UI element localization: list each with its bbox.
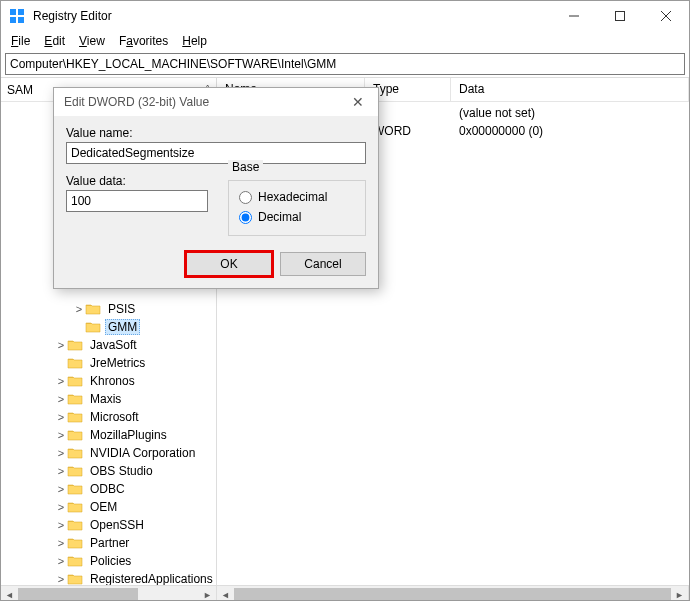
radio-hexadecimal[interactable]: Hexadecimal <box>239 187 355 207</box>
tree-item[interactable]: JreMetrics <box>1 354 216 372</box>
minimize-button[interactable] <box>551 1 597 31</box>
scroll-left-icon[interactable]: ◄ <box>217 586 234 601</box>
tree-item[interactable]: >JavaSoft <box>1 336 216 354</box>
expand-icon[interactable]: > <box>55 574 67 585</box>
tree-item-label: RegisteredApplications <box>87 571 216 585</box>
scroll-right-icon[interactable]: ► <box>671 586 688 601</box>
menu-favorites[interactable]: Favorites <box>113 32 174 50</box>
tree-item-label: ODBC <box>87 481 128 497</box>
close-button[interactable] <box>643 1 689 31</box>
tree-item[interactable]: >ODBC <box>1 480 216 498</box>
tree-item-label: JavaSoft <box>87 337 140 353</box>
expand-icon[interactable]: > <box>55 394 67 405</box>
tree-item-label: NVIDIA Corporation <box>87 445 198 461</box>
expand-icon[interactable]: > <box>55 448 67 459</box>
value-data-input[interactable] <box>66 190 208 212</box>
base-groupbox: Hexadecimal Decimal <box>228 180 366 236</box>
cell-data: (value not set) <box>451 106 689 120</box>
tree-item-label: OEM <box>87 499 120 515</box>
tree-item-label: Partner <box>87 535 132 551</box>
menu-edit[interactable]: Edit <box>38 32 71 50</box>
tree-scroll-thumb[interactable] <box>18 588 138 601</box>
tree-item[interactable]: >Khronos <box>1 372 216 390</box>
list-scroll-thumb[interactable] <box>234 588 671 601</box>
ok-button[interactable]: OK <box>186 252 272 276</box>
dialog-title: Edit DWORD (32-bit) Value <box>64 95 348 109</box>
tree-item[interactable]: >Policies <box>1 552 216 570</box>
titlebar: Registry Editor <box>1 1 689 31</box>
edit-dword-dialog: Edit DWORD (32-bit) Value ✕ Value name: … <box>53 87 379 289</box>
expand-icon[interactable]: > <box>55 520 67 531</box>
maximize-button[interactable] <box>597 1 643 31</box>
tree-item-label: Microsoft <box>87 409 142 425</box>
expand-icon[interactable]: > <box>55 340 67 351</box>
expand-icon[interactable]: > <box>55 502 67 513</box>
expand-icon[interactable]: > <box>73 304 85 315</box>
menu-help[interactable]: Help <box>176 32 213 50</box>
tree-item[interactable]: >RegisteredApplications <box>1 570 216 585</box>
cancel-button[interactable]: Cancel <box>280 252 366 276</box>
svg-rect-3 <box>18 17 24 23</box>
tree-item-label: PSIS <box>105 301 138 317</box>
regedit-app-icon <box>9 8 25 24</box>
address-bar[interactable]: Computer\HKEY_LOCAL_MACHINE\SOFTWARE\Int… <box>5 53 685 75</box>
tree-item[interactable]: GMM <box>1 318 216 336</box>
menu-file[interactable]: File <box>5 32 36 50</box>
tree-item-label: Policies <box>87 553 134 569</box>
radio-dec-label: Decimal <box>258 210 301 224</box>
list-hscroll[interactable]: ◄ ► <box>217 586 689 601</box>
expand-icon[interactable]: > <box>55 538 67 549</box>
value-name-input[interactable] <box>66 142 366 164</box>
tree-item-label: OBS Studio <box>87 463 156 479</box>
radio-decimal[interactable]: Decimal <box>239 207 355 227</box>
tree-item[interactable]: >OEM <box>1 498 216 516</box>
horizontal-scrollbars: ◄ ► ◄ ► <box>1 585 689 601</box>
tree-item-label: Maxis <box>87 391 124 407</box>
tree-item[interactable]: >OpenSSH <box>1 516 216 534</box>
close-icon[interactable]: ✕ <box>348 94 368 110</box>
expand-icon[interactable]: > <box>55 376 67 387</box>
radio-dec-input[interactable] <box>239 211 252 224</box>
menu-view[interactable]: View <box>73 32 111 50</box>
svg-rect-0 <box>10 9 16 15</box>
svg-rect-1 <box>18 9 24 15</box>
tree-item[interactable]: >PSIS <box>1 300 216 318</box>
base-group-label: Base <box>228 160 263 174</box>
scroll-left-icon[interactable]: ◄ <box>1 586 18 601</box>
radio-hex-label: Hexadecimal <box>258 190 327 204</box>
svg-rect-2 <box>10 17 16 23</box>
expand-icon[interactable]: > <box>55 556 67 567</box>
tree-item-label: GMM <box>105 319 140 335</box>
menubar: File Edit View Favorites Help <box>1 31 689 51</box>
value-data-label: Value data: <box>66 174 208 188</box>
tree-item[interactable]: >NVIDIA Corporation <box>1 444 216 462</box>
tree-item[interactable]: >Maxis <box>1 390 216 408</box>
address-value: Computer\HKEY_LOCAL_MACHINE\SOFTWARE\Int… <box>10 57 336 71</box>
expand-icon[interactable]: > <box>55 430 67 441</box>
expand-icon[interactable]: > <box>55 484 67 495</box>
tree-item-label: MozillaPlugins <box>87 427 170 443</box>
radio-hex-input[interactable] <box>239 191 252 204</box>
tree-item-label: JreMetrics <box>87 355 148 371</box>
dialog-titlebar[interactable]: Edit DWORD (32-bit) Value ✕ <box>54 88 378 116</box>
tree-item[interactable]: >MozillaPlugins <box>1 426 216 444</box>
tree-item-label: Khronos <box>87 373 138 389</box>
cell-data: 0x00000000 (0) <box>451 124 689 138</box>
expand-icon[interactable]: > <box>55 466 67 477</box>
value-name-label: Value name: <box>66 126 366 140</box>
tree-item[interactable]: >OBS Studio <box>1 462 216 480</box>
tree-hscroll[interactable]: ◄ ► <box>1 586 217 601</box>
tree-item[interactable]: >Partner <box>1 534 216 552</box>
svg-rect-5 <box>616 12 625 21</box>
window-title: Registry Editor <box>33 9 112 23</box>
tree-item[interactable]: >Microsoft <box>1 408 216 426</box>
list-header-data[interactable]: Data <box>451 78 689 101</box>
tree-item-label: OpenSSH <box>87 517 147 533</box>
expand-icon[interactable]: > <box>55 412 67 423</box>
scroll-right-icon[interactable]: ► <box>199 586 216 601</box>
